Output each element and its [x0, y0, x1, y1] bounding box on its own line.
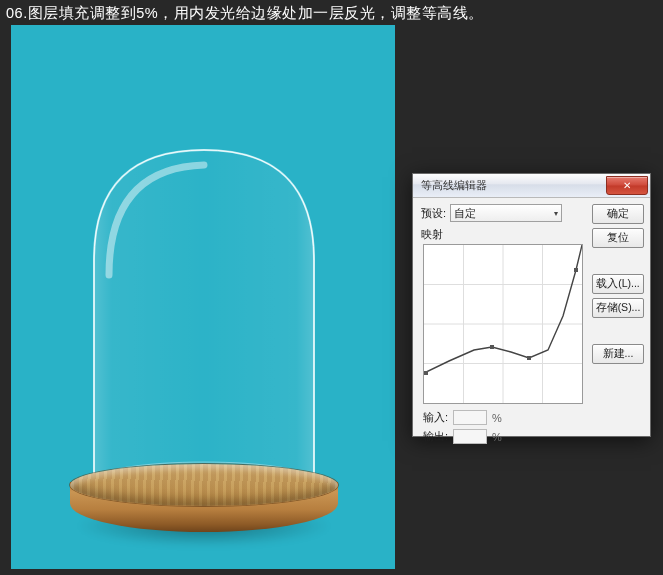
load-button[interactable]: 载入(L)...: [592, 274, 644, 294]
curve-handle[interactable]: [574, 268, 578, 272]
preset-value: 自定: [454, 206, 476, 221]
close-button[interactable]: ✕: [606, 176, 648, 195]
save-button[interactable]: 存储(S)...: [592, 298, 644, 318]
ok-button[interactable]: 确定: [592, 204, 644, 224]
input-label: 输入:: [423, 410, 448, 425]
glass-dome-illustration: [74, 140, 334, 490]
contour-editor-dialog: 等高线编辑器 ✕ 预设: 自定 ▾ 映射: [412, 173, 651, 437]
step-instruction: 06.图层填充调整到5%，用内发光给边缘处加一层反光，调整等高线。: [6, 4, 484, 23]
percent-sign: %: [492, 431, 502, 443]
preset-label: 预设:: [421, 206, 446, 221]
chevron-down-icon: ▾: [554, 209, 558, 218]
curve-handle[interactable]: [424, 371, 428, 375]
input-value-field[interactable]: [453, 410, 487, 425]
preset-select[interactable]: 自定 ▾: [450, 204, 562, 222]
output-label: 输出:: [423, 429, 448, 444]
new-button[interactable]: 新建...: [592, 344, 644, 364]
curve-handle[interactable]: [490, 345, 494, 349]
close-icon: ✕: [623, 180, 631, 191]
editor-canvas: [11, 25, 395, 569]
wood-base-illustration: [66, 450, 342, 545]
dialog-title: 等高线编辑器: [421, 178, 487, 193]
dialog-title-bar[interactable]: 等高线编辑器 ✕: [413, 174, 650, 198]
curve-graph[interactable]: [423, 244, 583, 404]
curve-handle[interactable]: [527, 356, 531, 360]
reset-button[interactable]: 复位: [592, 228, 644, 248]
percent-sign: %: [492, 412, 502, 424]
output-value-field[interactable]: [453, 429, 487, 444]
